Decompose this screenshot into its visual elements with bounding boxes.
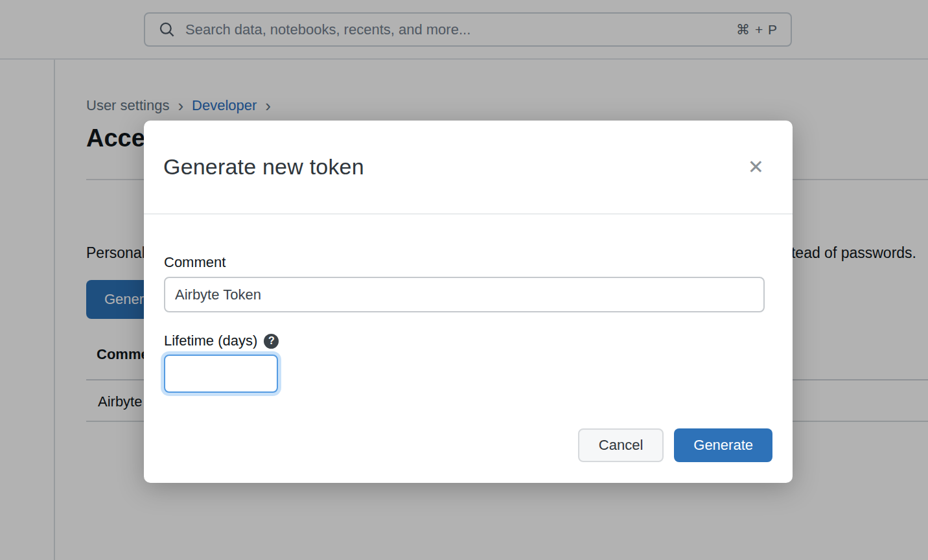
dialog-title: Generate new token [163,154,364,180]
generate-token-dialog: Generate new token ✕ Comment Lifetime (d… [144,121,793,483]
comment-input[interactable] [164,277,765,312]
close-icon[interactable]: ✕ [748,158,764,177]
cancel-button[interactable]: Cancel [578,428,664,462]
generate-button[interactable]: Generate [674,428,772,462]
dialog-footer: Cancel Generate [144,428,793,483]
dialog-body: Comment Lifetime (days) ? [164,215,765,393]
help-icon[interactable]: ? [264,334,279,349]
comment-label: Comment [164,254,765,271]
lifetime-label-row: Lifetime (days) ? [164,332,765,349]
lifetime-label: Lifetime (days) [164,332,257,349]
dialog-header: Generate new token ✕ [144,121,793,215]
app-window: ⌘ + P User settings › Developer › Access… [0,0,928,560]
lifetime-input[interactable] [164,355,278,393]
